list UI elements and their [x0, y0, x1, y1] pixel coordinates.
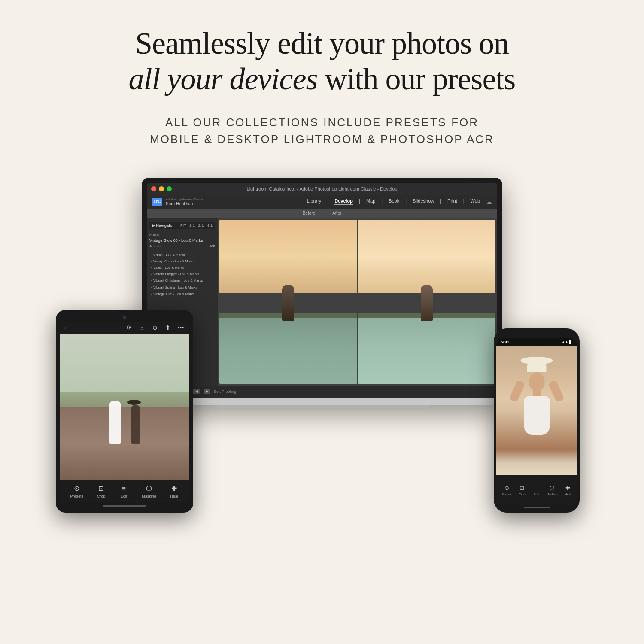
- lr-before-after-bar: Before After: [147, 209, 497, 218]
- lr-nav: Library | Develop | Map | Book | Slidesh…: [307, 198, 492, 205]
- lr-navigator-header: ▶ Navigator FIT 1:1 2:1 4:1: [152, 223, 213, 228]
- phone-heal-label: Heal: [565, 493, 571, 496]
- lr-topbar: LrC Adobe Lightroom Classic Sara Houliha…: [147, 195, 497, 209]
- list-item[interactable]: • Vibes - Lou & Marks: [149, 264, 215, 271]
- heal-icon: ✚: [170, 484, 179, 493]
- lr-nav-print[interactable]: Print: [447, 198, 457, 205]
- lr-amount-row: Amount 100: [149, 244, 215, 248]
- tablet-more-icon[interactable]: •••: [177, 324, 185, 332]
- tablet-topbar: ‹ ⟳ ☼ ⊙ ⬆ •••: [60, 322, 189, 334]
- phone-statusbar: 9:41 ▲▲ ▊: [496, 338, 577, 346]
- laptop-base: [147, 398, 497, 405]
- lr-photo-before: [219, 220, 357, 384]
- lr-nav-develop[interactable]: Develop: [334, 198, 353, 205]
- tablet-star-icon[interactable]: ⊙: [151, 324, 159, 332]
- phone-tool-crop[interactable]: ⊡ Crop: [518, 484, 526, 496]
- lr-preset-label: Preset: [149, 233, 215, 237]
- lr-logo: LrC: [152, 198, 162, 206]
- phone-heal-icon: ✚: [564, 484, 572, 492]
- lr-next-btn[interactable]: ▶: [204, 389, 210, 394]
- tablet-tool-masking[interactable]: ⬡ Masking: [142, 484, 156, 498]
- phone-body: 9:41 ▲▲ ▊: [494, 328, 580, 513]
- phone-crop-label: Crop: [519, 493, 525, 496]
- crop-label: Crop: [97, 494, 106, 498]
- list-item[interactable]: • Vibrant Blogger - Lou & Marks: [149, 271, 215, 277]
- phone-tool-presets[interactable]: ⊙ Presets: [501, 484, 512, 496]
- list-item[interactable]: • Vacay Vibes - Lou & Marks: [149, 258, 215, 264]
- subheadline: ALL OUR COLLECTIONS INCLUDE PRESETS FOR …: [150, 114, 494, 148]
- tablet-share-icon[interactable]: ⬆: [164, 324, 172, 332]
- phone-edit-label: Edit: [534, 493, 539, 496]
- lr-bottom-bar: ▦ Before & After... ◀ ▶ Soft Proofing: [147, 386, 497, 398]
- lightroom-ui: LrC Adobe Lightroom Classic Sara Houliha…: [147, 195, 497, 398]
- tablet-tool-edit[interactable]: ≡ Edit: [119, 484, 128, 498]
- dot-yellow[interactable]: [159, 186, 164, 191]
- tablet-toolbar: ⊙ Presets ⊡ Crop ≡ Edit ⬡: [60, 480, 189, 502]
- lr-nav-slideshow[interactable]: Slideshow: [413, 198, 434, 205]
- masking-icon: ⬡: [144, 484, 154, 493]
- phone-presets-icon: ⊙: [503, 484, 510, 492]
- lr-nav-map[interactable]: Map: [366, 198, 375, 205]
- lr-navigator: ▶ Navigator FIT 1:1 2:1 4:1: [149, 222, 215, 229]
- list-item[interactable]: • Vibrant Spring - Lou & Marks: [149, 284, 215, 291]
- lr-amount-slider[interactable]: [163, 246, 208, 246]
- dot-red[interactable]: [151, 186, 156, 191]
- titlebar-text: Lightroom Catalog.lrcat - Adobe Photosho…: [247, 186, 398, 191]
- lr-soft-proofing: Soft Proofing: [214, 389, 236, 394]
- list-item[interactable]: • Vintage Film - Lou & Marks: [149, 291, 215, 297]
- laptop-device: Lightroom Catalog.lrcat - Adobe Photosho…: [142, 178, 502, 409]
- phone-masking-label: Masking: [547, 493, 558, 496]
- tablet-icons: ⟳ ☼ ⊙ ⬆ •••: [125, 324, 185, 332]
- headline-normal: with our presets: [317, 62, 515, 96]
- lr-photo-after: [358, 220, 496, 384]
- tablet-back-button[interactable]: ‹: [64, 325, 66, 331]
- phone-device: 9:41 ▲▲ ▊: [494, 328, 580, 513]
- tablet-home-indicator: [103, 505, 146, 507]
- dot-green[interactable]: [167, 186, 172, 191]
- phone-status-icons: ▲▲ ▊: [562, 340, 572, 344]
- phone-tool-masking[interactable]: ⬡ Masking: [547, 484, 558, 496]
- list-item[interactable]: • Urban - Lou & Marks: [149, 252, 215, 258]
- tablet-tool-heal[interactable]: ✚ Heal: [170, 484, 179, 498]
- tablet-tool-crop[interactable]: ⊡ Crop: [97, 484, 106, 498]
- phone-notch: [524, 333, 550, 336]
- tablet-body: ‹ ⟳ ☼ ⊙ ⬆ •••: [56, 310, 193, 513]
- phone-time: 9:41: [501, 340, 509, 344]
- main-headline: Seamlessly edit your photos on all your …: [129, 26, 516, 97]
- lr-nav-web[interactable]: Web: [471, 198, 480, 205]
- lr-logo-area: LrC Adobe Lightroom Classic Sara Houliha…: [152, 197, 204, 206]
- tablet-tool-presets[interactable]: ⊙ Presets: [70, 484, 83, 498]
- laptop-foot: [214, 405, 430, 409]
- laptop-bezel: Lightroom Catalog.lrcat - Adobe Photosho…: [142, 178, 502, 405]
- lr-nav-book[interactable]: Book: [389, 198, 399, 205]
- subheadline-line1: ALL OUR COLLECTIONS INCLUDE PRESETS FOR: [165, 116, 479, 129]
- phone-presets-label: Presets: [501, 493, 512, 496]
- tablet-sun-icon[interactable]: ☼: [138, 324, 146, 332]
- masking-label: Masking: [142, 494, 156, 498]
- phone-photo: [496, 346, 577, 475]
- headline-line1: Seamlessly edit your photos on: [135, 26, 509, 61]
- phone-tool-edit[interactable]: ≡ Edit: [532, 484, 540, 496]
- phone-screen: 9:41 ▲▲ ▊: [496, 338, 577, 505]
- phone-toolbar: ⊙ Presets ⊡ Crop ≡ Edit ⬡: [496, 475, 577, 505]
- phone-photo-img: [496, 346, 577, 475]
- phone-crop-icon: ⊡: [518, 484, 526, 492]
- phone-tool-heal[interactable]: ✚ Heal: [564, 484, 572, 496]
- page-container: Seamlessly edit your photos on all your …: [0, 0, 644, 644]
- edit-label: Edit: [121, 494, 128, 498]
- tablet-photo: [60, 334, 189, 480]
- presets-label: Presets: [70, 494, 83, 498]
- tablet-rotate-icon[interactable]: ⟳: [125, 324, 133, 332]
- edit-icon: ≡: [119, 484, 128, 493]
- tablet-photo-area: [60, 334, 189, 480]
- devices-container: Lightroom Catalog.lrcat - Adobe Photosho…: [64, 178, 580, 513]
- list-item[interactable]: • Vibrant Christmas - Lou & Marks: [149, 277, 215, 284]
- lr-nav-library[interactable]: Library: [307, 198, 322, 205]
- lr-main: ▶ Navigator FIT 1:1 2:1 4:1 Preset Vinta…: [147, 218, 497, 386]
- phone-edit-icon: ≡: [532, 484, 540, 492]
- lr-prev-btn[interactable]: ◀: [193, 389, 200, 394]
- lr-center: [218, 218, 497, 386]
- tablet-device: ‹ ⟳ ☼ ⊙ ⬆ •••: [56, 310, 193, 513]
- subheadline-line2: MOBILE & DESKTOP LIGHTROOM & PHOTOSHOP A…: [150, 133, 494, 146]
- before-label: Before: [303, 211, 315, 216]
